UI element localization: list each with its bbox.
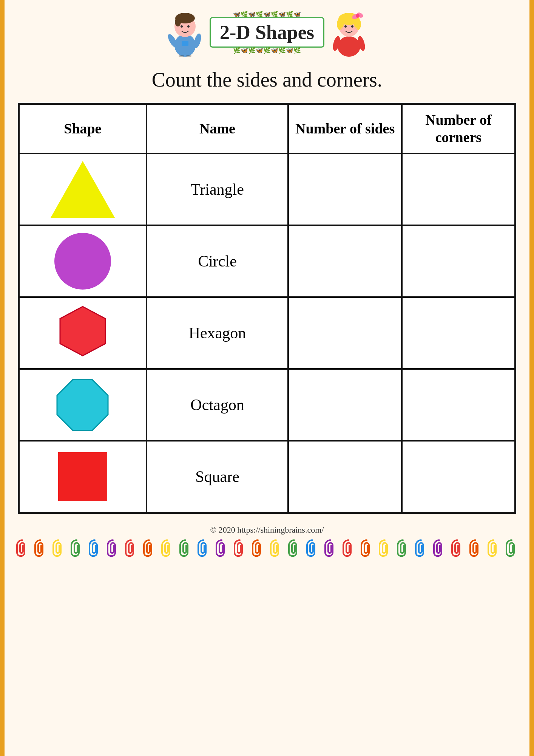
paperclip-icon [13, 539, 31, 557]
triangle-shape [51, 161, 115, 218]
col-header-shape: Shape [19, 104, 147, 154]
paperclip-icon [358, 539, 376, 557]
svg-marker-26 [57, 380, 108, 431]
name-cell-circle: Circle [147, 225, 289, 297]
svg-point-3 [175, 17, 181, 26]
paperclip-icon [231, 539, 249, 557]
shape-cell-circle [19, 225, 147, 297]
paperclip-icon [485, 539, 503, 557]
svg-rect-9 [179, 55, 184, 57]
paperclip-icon [104, 539, 122, 557]
col-header-name: Name [147, 104, 289, 154]
square-shape [58, 452, 107, 501]
sides-cell-octagon [288, 369, 402, 441]
corners-cell-octagon [402, 369, 515, 441]
svg-point-4 [181, 25, 183, 28]
col-header-corners: Number of corners [402, 104, 515, 154]
corners-cell-circle [402, 225, 515, 297]
table-row: Octagon [19, 369, 515, 441]
title-area: 2-D Shapes [164, 8, 370, 57]
paperclip-icon [68, 539, 86, 557]
shape-cell-square [19, 441, 147, 513]
paperclip-icon [49, 539, 68, 557]
paperclip-icon [466, 539, 485, 557]
paperclip-icon [321, 539, 340, 557]
octagon-shape [53, 376, 112, 434]
paperclip-icon [140, 539, 158, 557]
paperclip-icon [213, 539, 231, 557]
circle-shape [54, 233, 111, 290]
name-cell-triangle: Triangle [147, 153, 289, 225]
shape-cell-octagon [19, 369, 147, 441]
svg-rect-8 [182, 41, 188, 46]
subtitle-text: Count the sides and corners. [152, 68, 382, 91]
paperclips-decoration [5, 539, 529, 557]
paperclip-icon [86, 539, 104, 557]
svg-point-21 [340, 27, 345, 32]
paperclip-icon [303, 539, 321, 557]
boy-character [164, 8, 206, 57]
girl-character [328, 8, 370, 57]
paperclip-icon [376, 539, 394, 557]
paperclip-icon [267, 539, 285, 557]
shape-cell-triangle [19, 153, 147, 225]
paperclip-icon [194, 539, 213, 557]
hexagon-shape [54, 303, 111, 363]
name-cell-octagon: Octagon [147, 369, 289, 441]
svg-point-19 [344, 25, 347, 28]
table-row: Hexagon [19, 297, 515, 369]
name-cell-square: Square [147, 441, 289, 513]
copyright-text: © 2020 https://shiningbrains.com/ [210, 525, 324, 534]
paperclip-icon [503, 539, 521, 557]
paperclip-icon [176, 539, 194, 557]
name-cell-hexagon: Hexagon [147, 297, 289, 369]
corners-cell-hexagon [402, 297, 515, 369]
svg-point-20 [351, 25, 353, 28]
svg-point-18 [356, 14, 360, 18]
sides-cell-circle [288, 225, 402, 297]
sides-cell-hexagon [288, 297, 402, 369]
svg-point-5 [187, 25, 190, 28]
table-row: Triangle [19, 153, 515, 225]
paperclip-icon [122, 539, 140, 557]
subtitle: Count the sides and corners. [152, 68, 382, 91]
svg-point-11 [338, 36, 360, 57]
paperclip-icon [31, 539, 49, 557]
paperclip-icon [340, 539, 358, 557]
shape-cell-hexagon [19, 297, 147, 369]
title-text: 2-D Shapes [220, 22, 314, 43]
paperclip-icon [448, 539, 466, 557]
corners-cell-square [402, 441, 515, 513]
paperclip-icon [394, 539, 412, 557]
paperclip-icon [249, 539, 267, 557]
page-title: 2-D Shapes [210, 17, 324, 48]
footer: © 2020 https://shiningbrains.com/ [5, 525, 529, 535]
svg-point-22 [353, 27, 358, 32]
svg-marker-25 [60, 307, 105, 356]
table-header-row: Shape Name Number of sides Number of cor… [19, 104, 515, 154]
paperclip-icon [285, 539, 303, 557]
corners-cell-triangle [402, 153, 515, 225]
shapes-table: Shape Name Number of sides Number of cor… [18, 103, 516, 514]
paperclip-icon [412, 539, 430, 557]
paperclip-icon [430, 539, 448, 557]
header: 2-D Shapes [5, 0, 529, 103]
sides-cell-square [288, 441, 402, 513]
table-row: Circle [19, 225, 515, 297]
table-row: Square [19, 441, 515, 513]
paperclip-icon [158, 539, 176, 557]
sides-cell-triangle [288, 153, 402, 225]
col-header-sides: Number of sides [288, 104, 402, 154]
svg-rect-10 [186, 55, 191, 57]
